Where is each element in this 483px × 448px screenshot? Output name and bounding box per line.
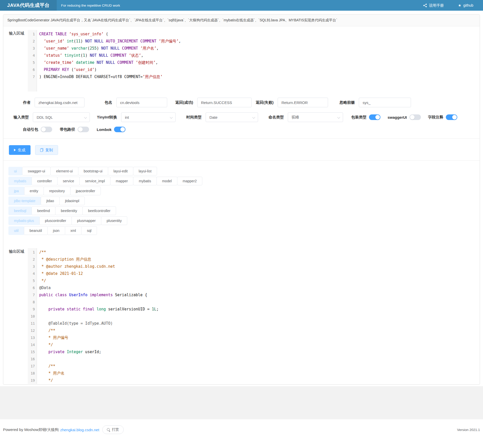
output-section: 输出区域 12345678910111213141516171819 /** *… <box>3 248 480 384</box>
tab-jdbc-template[interactable]: jdbc-template <box>8 197 41 205</box>
tab-json[interactable]: json <box>47 226 65 235</box>
tab-jtdao[interactable]: jtdao <box>41 197 60 205</box>
author-input[interactable] <box>35 98 84 107</box>
field-author: 作者 <box>23 98 84 107</box>
with-package-path-label: 带包路径 <box>60 127 75 132</box>
naming-type-value[interactable] <box>288 112 343 122</box>
tab-entity[interactable]: entity <box>24 187 44 195</box>
tab-swagger-ui[interactable]: swagger-ui <box>22 167 51 175</box>
ignore-prefix-input[interactable] <box>359 98 411 107</box>
tinyint-convert-value[interactable] <box>121 112 176 122</box>
tab-pluscontroller[interactable]: pluscontroller <box>39 216 72 225</box>
tab-row-mybatis: mybatiscontrollerserviceservice_implmapp… <box>8 177 480 185</box>
tab-util[interactable]: util <box>8 226 24 235</box>
input-type-label: 输入类型 <box>13 115 29 120</box>
field-ignore-prefix: 忽略前缀 <box>339 98 411 107</box>
tab-mybatis-plus[interactable]: mybatis-plus <box>8 216 40 225</box>
tab-row-util: utilbeanutiljsonxmlsql <box>8 226 480 235</box>
code-line: * @date 2021-01-12 <box>39 270 480 277</box>
app-title[interactable]: JAVA代码生成平台 <box>0 0 57 11</box>
line-number: 8 <box>30 298 35 306</box>
package-input[interactable] <box>116 98 167 107</box>
tab-mybatis[interactable]: mybatis <box>8 177 32 185</box>
code-line: ’status’ tinyint(1) NOT NULL COMMENT ’状态… <box>39 52 480 59</box>
tab-mapper[interactable]: mapper <box>110 177 133 185</box>
tab-mybatis[interactable]: mybatis <box>133 177 157 185</box>
github-link[interactable]: ★ github <box>458 3 473 7</box>
tab-jpacontroller[interactable]: jpacontroller <box>70 187 101 195</box>
tab-layui-list[interactable]: layui-list <box>133 167 157 175</box>
generate-button[interactable]: 生成 <box>9 145 31 155</box>
line-number: 1 <box>30 31 35 38</box>
input-type-value[interactable] <box>33 112 90 122</box>
tab-beetlentity[interactable]: beetlentity <box>55 206 83 215</box>
tab-controller[interactable]: controller <box>32 177 58 185</box>
code-line: ’user_name’ varchar(255) NOT NULL COMMEN… <box>39 45 480 52</box>
donate-button[interactable]: 打赏 <box>102 425 124 434</box>
line-number: 18 <box>30 370 35 377</box>
code-line: * @author zhengkai.blog.csdn.net <box>39 263 480 270</box>
line-number: 7 <box>30 291 35 298</box>
swagger-ui-label: swaggerUI <box>388 115 407 120</box>
field-comment-switch[interactable] <box>446 114 457 120</box>
tab-service_impl[interactable]: service_impl <box>79 177 110 185</box>
field-return-success: 返回(成功) <box>175 98 252 107</box>
navbar-links: 说明手册 ★ github <box>423 0 483 11</box>
tab-repository[interactable]: repository <box>44 187 70 195</box>
line-number: 4 <box>30 270 35 277</box>
return-error-input[interactable] <box>278 98 328 107</box>
code-line <box>39 298 480 306</box>
tab-sql[interactable]: sql <box>81 226 97 235</box>
code-line: private Integer userId; <box>39 348 480 355</box>
tab-jpa[interactable]: jpa <box>8 187 24 195</box>
tab-element-ui[interactable]: element-ui <box>50 167 78 175</box>
tab-beetlcontroller[interactable]: beetlcontroller <box>82 206 116 215</box>
code-line: public class UserInfo implements Seriali… <box>39 291 480 298</box>
blog-link[interactable]: zhengkai.blog.csdn.net <box>60 428 99 432</box>
wrapper-type-switch[interactable] <box>369 114 380 120</box>
tab-beetlsql[interactable]: beetlsql <box>8 206 32 215</box>
input-type-select[interactable] <box>33 112 90 122</box>
tab-service[interactable]: service <box>57 177 80 185</box>
line-numbers: 12345678910111213141516171819 <box>28 248 37 384</box>
tab-beanutil[interactable]: beanutil <box>24 226 48 235</box>
tab-mapper2[interactable]: mapper2 <box>177 177 202 185</box>
with-package-path-switch[interactable] <box>78 127 89 132</box>
tab-plusmapper[interactable]: plusmapper <box>72 216 101 225</box>
tab-jtdaoimpl[interactable]: jtdaoimpl <box>59 197 85 205</box>
star-icon: ★ <box>458 3 461 7</box>
form-row-text-fields: 作者包名返回(成功)返回(失败)忽略前缀 <box>3 98 480 107</box>
main-panel: SpringBootCodeGenerator JAVA代码生成平台，又名`JA… <box>3 14 480 385</box>
sql-input-editor[interactable]: 1234567 CREATE TABLE ’sys_user_info’ ( ’… <box>28 30 480 92</box>
tinyint-convert-select[interactable] <box>121 112 176 122</box>
navbar: JAVA代码生成平台 For reducing the repetitive C… <box>0 0 483 11</box>
tab-row-jpa: jpaentityrepositoryjpacontroller <box>8 187 480 195</box>
lombok-switch[interactable] <box>114 127 125 132</box>
package-label: 包名 <box>105 100 112 105</box>
input-area-label: 输入区域 <box>3 30 28 92</box>
field-naming-type: 命名类型 <box>268 112 343 122</box>
swagger-ui-switch[interactable] <box>409 114 421 120</box>
tab-plusentity[interactable]: plusentity <box>101 216 127 225</box>
tab-bootstrap-ui[interactable]: bootstrap-ui <box>78 167 108 175</box>
tab-beetlmd[interactable]: beetlmd <box>32 206 55 215</box>
tab-xml[interactable]: xml <box>65 226 82 235</box>
java-code: /** * @description 用户信息 * @author zhengk… <box>37 248 480 384</box>
time-type-value[interactable] <box>206 112 258 122</box>
java-output-editor[interactable]: 12345678910111213141516171819 /** * @des… <box>28 248 480 384</box>
auto-import-switch[interactable] <box>41 127 52 132</box>
manual-link[interactable]: 说明手册 <box>423 3 444 8</box>
line-number: 15 <box>30 348 35 355</box>
tab-ui[interactable]: ui <box>8 167 22 175</box>
code-line: * 用户名 <box>39 370 480 377</box>
time-type-select[interactable] <box>206 112 258 122</box>
tab-row-jdbc-template: jdbc-templatejtdaojtdaoimpl <box>8 197 480 205</box>
line-number: 11 <box>30 320 35 327</box>
line-number: 13 <box>30 334 35 341</box>
tab-model[interactable]: model <box>157 177 177 185</box>
naming-type-select[interactable] <box>288 112 343 122</box>
form-row-selects: 输入类型TinyInt转换时间类型命名类型包装类型swaggerUI字段注释 <box>3 112 480 122</box>
return-success-input[interactable] <box>197 98 252 107</box>
tab-layui-edit[interactable]: layui-edit <box>108 167 133 175</box>
copy-button[interactable]: 复制 <box>35 145 58 155</box>
